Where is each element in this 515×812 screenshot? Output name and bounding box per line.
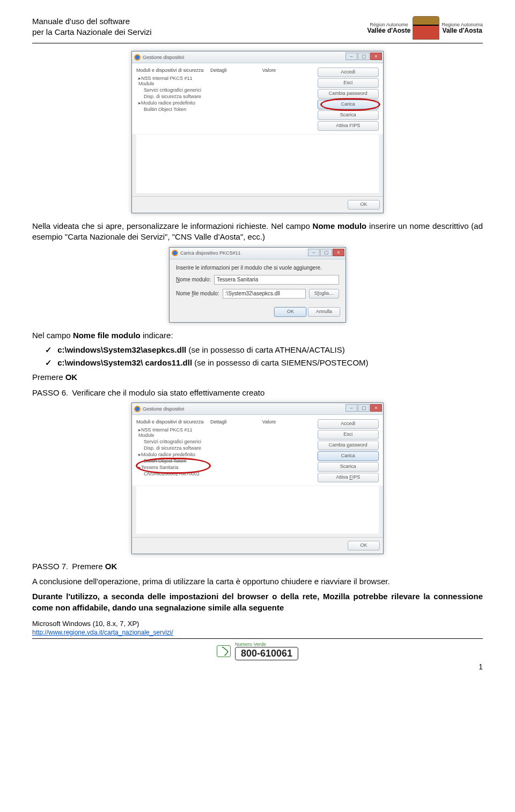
annulla-button[interactable]: Annulla (308, 307, 340, 317)
firefox-icon (134, 54, 141, 61)
firefox-icon (172, 250, 178, 256)
dll-list: c:\windows\System32\asepkcs.dll (se in p… (32, 345, 483, 368)
esci-button[interactable]: Esci (318, 430, 379, 439)
cambia-password-button[interactable]: Cambia password (318, 89, 379, 99)
ok-button[interactable]: OK (274, 307, 306, 317)
title-line-1: Manuale d'uso del software (32, 16, 152, 27)
nome-file-modulo-label: Nome file modulo: (176, 290, 219, 296)
list-item-asepkcs: c:\windows\System32\asepkcs.dll (se in p… (45, 345, 483, 355)
nome-file-modulo-input[interactable] (223, 289, 306, 299)
nome-modulo-label: Nome modulo: (176, 277, 211, 282)
close-button[interactable]: × (370, 404, 382, 412)
carica-button[interactable]: Carica (318, 100, 379, 109)
paragraph-warning: Durante l'utilizzo, a seconda delle impo… (32, 591, 483, 613)
window-title-text: Carica dispositivo PKCS#11 (180, 250, 241, 256)
phone-icon (217, 645, 231, 657)
window-title-text: Gestione dispositivi (143, 55, 185, 60)
carica-button[interactable]: Carica (318, 451, 379, 461)
scarica-button[interactable]: Scarica (318, 110, 379, 120)
logos: Région Autonome Vallée d'Aoste Regione A… (367, 16, 483, 40)
pkcs-prompt-text: Inserire le informazioni per il modulo c… (176, 265, 339, 271)
value-column-header: Valore (262, 68, 314, 75)
minimize-button[interactable]: – (345, 404, 357, 412)
title-line-2: per la Carta Nazionale dei Servizi (32, 27, 152, 38)
screenshot-device-manager-tessera: Gestione dispositivi – ▢ × Moduli e disp… (131, 403, 384, 554)
doc-title-block: Manuale d'uso del software per la Carta … (32, 16, 152, 37)
list-item-cardos11: c:\windows\System32\ cardos11.dll (se in… (45, 358, 483, 368)
coat-of-arms-icon (413, 16, 439, 40)
details-column-header: Dettagli (210, 419, 262, 427)
modules-tree[interactable]: ▸NSS Internal PKCS #11 Module Servizi cr… (136, 427, 207, 477)
paragraph-instructions-nome-modulo: Nella videata che si apre, personalizzar… (32, 221, 483, 243)
ok-button[interactable]: OK (348, 200, 380, 210)
press-ok-1: Premere OK (32, 372, 483, 383)
details-column-header: Dettagli (210, 68, 262, 75)
window-titlebar[interactable]: Carica dispositivo PKCS#11 – ▢ × (170, 248, 345, 259)
window-titlebar[interactable]: Gestione dispositivi – ▢ × (132, 51, 383, 63)
screenshot-device-manager-carica: Gestione dispositivi – ▢ × Moduli e disp… (131, 51, 384, 213)
minimize-button[interactable]: – (308, 249, 320, 256)
accedi-button[interactable]: Accedi (318, 68, 379, 77)
screenshot-pkcs11-dialog: Carica dispositivo PKCS#11 – ▢ × Inserir… (169, 247, 346, 323)
hotline-label: Numero Verde (235, 642, 298, 647)
value-column-header: Valore (262, 419, 314, 427)
accedi-button[interactable]: Accedi (318, 419, 379, 429)
close-button[interactable]: × (333, 249, 344, 256)
nome-modulo-input[interactable] (214, 275, 339, 285)
page-footer: Microsoft Windows (10, 8.x, 7, XP) http:… (32, 620, 483, 671)
firefox-icon (134, 406, 141, 412)
footer-os: Microsoft Windows (10, 8.x, 7, XP) (32, 620, 139, 628)
paragraph-conclusion: A conclusione dell'operazione, prima di … (32, 576, 483, 587)
cambia-password-button[interactable]: Cambia password (318, 441, 379, 450)
step-6: PASSO 6. Verificare che il modulo sia st… (32, 388, 483, 397)
maximize-button[interactable]: ▢ (358, 53, 370, 60)
hotline-number: 800-610061 (235, 647, 298, 660)
modules-column-header: Moduli e dispositivi di sicurezza (136, 68, 207, 75)
maximize-button[interactable]: ▢ (320, 249, 332, 256)
footer-url[interactable]: http://www.regione.vda.it/carta_nazional… (32, 629, 483, 636)
modules-tree[interactable]: ▸NSS Internal PKCS #11 Module Servizi cr… (136, 75, 207, 113)
page-number: 1 (32, 662, 483, 671)
modules-column-header: Moduli e dispositivi di sicurezza (136, 419, 207, 427)
window-title-text: Gestione dispositivi (143, 406, 185, 412)
close-button[interactable]: × (370, 53, 382, 60)
step-7: PASSO 7. Premere OK (32, 562, 483, 571)
maximize-button[interactable]: ▢ (358, 404, 370, 412)
paragraph-nome-file-modulo: Nel campo Nome file modulo indicare: (32, 330, 483, 341)
ok-button[interactable]: OK (348, 541, 380, 550)
window-titlebar[interactable]: Gestione dispositivi – ▢ × (132, 403, 383, 415)
attiva-fips-button[interactable]: Attiva FIPS (318, 121, 379, 131)
attiva-fips-button[interactable]: Attiva FIPS (318, 473, 379, 482)
document-header: Manuale d'uso del software per la Carta … (32, 16, 483, 43)
sfoglia-button[interactable]: Sfoglia… (309, 289, 339, 299)
region-label-fr: Région Autonome Vallée d'Aoste (367, 23, 411, 34)
region-label-it: Regione Autonoma Valle d'Aosta (442, 23, 483, 34)
esci-button[interactable]: Esci (318, 78, 379, 88)
scarica-button[interactable]: Scarica (318, 462, 379, 472)
minimize-button[interactable]: – (345, 53, 357, 60)
